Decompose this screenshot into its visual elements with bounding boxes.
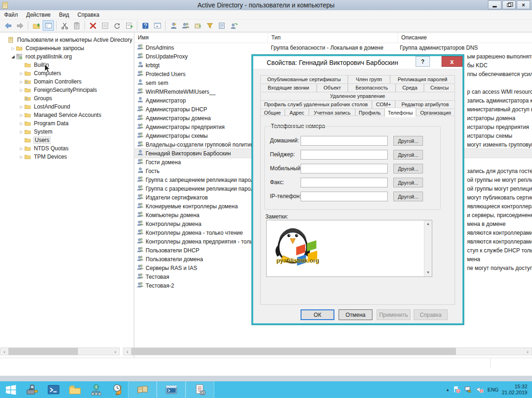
scroll-right-icon[interactable]: › bbox=[524, 348, 532, 355]
list-hscroll-thumb[interactable] bbox=[131, 348, 456, 355]
save-list-icon[interactable] bbox=[123, 20, 135, 31]
powershell-icon[interactable] bbox=[43, 381, 64, 398]
tab-сеансы[interactable]: Сеансы bbox=[424, 83, 455, 92]
minimize-button[interactable] bbox=[488, 0, 501, 9]
sidebar-item-root-pyatilistnik-org[interactable]: ◢root.pyatilistnik.org bbox=[0, 52, 134, 61]
cut-icon[interactable] bbox=[59, 20, 70, 31]
forward-icon[interactable] bbox=[14, 20, 26, 31]
tab-среда[interactable]: Среда bbox=[396, 83, 424, 92]
menu-item-Справка[interactable]: Справка bbox=[73, 11, 103, 19]
tab-входящие-звонки[interactable]: Входящие звонки bbox=[260, 83, 317, 92]
collapse-icon[interactable]: ◢ bbox=[10, 54, 16, 59]
ip-телефон-input[interactable] bbox=[301, 192, 388, 201]
network-status-icon[interactable] bbox=[464, 385, 473, 394]
sidebar-item--[interactable]: ▷Сохраненные запросы bbox=[0, 44, 134, 52]
other-button[interactable]: Другой... bbox=[393, 150, 423, 160]
refresh-icon[interactable] bbox=[111, 20, 122, 31]
sidebar-item-computers[interactable]: ▷Computers bbox=[0, 69, 134, 77]
tab-член-групп[interactable]: Член групп bbox=[348, 75, 390, 84]
list-hscrollbar[interactable]: ‹ › bbox=[123, 347, 532, 355]
new-ou-icon[interactable] bbox=[192, 20, 203, 31]
column-header-description[interactable]: Описание bbox=[398, 33, 532, 43]
expand-icon[interactable]: ▷ bbox=[19, 130, 24, 134]
view-menu-icon[interactable] bbox=[152, 20, 163, 31]
tab-репликация-паролей[interactable]: Репликация паролей bbox=[390, 75, 455, 84]
restore-button[interactable] bbox=[502, 0, 516, 9]
пейджер-input[interactable] bbox=[301, 150, 388, 160]
sidebar-item-managed-service-accounts[interactable]: ▷Managed Service Accounts bbox=[0, 111, 134, 119]
expand-icon[interactable]: ▷ bbox=[19, 122, 24, 126]
dialog-close-button[interactable]: x bbox=[442, 56, 462, 67]
notes-textarea[interactable]: pyatilistnik.org ▲ ▼ bbox=[266, 220, 432, 277]
мобильный-input[interactable] bbox=[301, 164, 388, 173]
delete-icon[interactable] bbox=[87, 20, 98, 31]
explorer-icon[interactable] bbox=[64, 381, 85, 398]
other-button[interactable]: Другой... bbox=[393, 136, 423, 146]
expand-icon[interactable]: ▷ bbox=[19, 113, 24, 117]
close-button[interactable]: × bbox=[517, 0, 530, 9]
refresh-users-icon[interactable] bbox=[228, 20, 239, 31]
факс-input[interactable] bbox=[301, 178, 388, 187]
scroll-left-icon[interactable]: ‹ bbox=[123, 348, 131, 355]
clock-app-icon[interactable] bbox=[107, 381, 128, 398]
sidebar-item-system[interactable]: ▷System bbox=[0, 128, 134, 136]
help-button[interactable]: Справка bbox=[414, 309, 448, 320]
sidebar-item-builtin[interactable]: Builtin bbox=[0, 61, 134, 69]
sidebar-item-users[interactable]: Users bbox=[0, 136, 134, 144]
tab-телефоны[interactable]: Телефоны bbox=[385, 108, 416, 117]
table-row[interactable]: DnsAdminsГруппа безопасности - Локальная… bbox=[135, 43, 532, 52]
sidebar-item-foreignsecurityprincipals[interactable]: ▷ForeignSecurityPrincipals bbox=[0, 86, 134, 94]
expand-icon[interactable]: ▷ bbox=[19, 155, 24, 159]
tree-hscroll-thumb[interactable] bbox=[8, 348, 78, 355]
sidebar-item-domain-controllers[interactable]: ▷Domain Controllers bbox=[0, 77, 134, 86]
tab-объект[interactable]: Объект bbox=[317, 83, 348, 92]
sidebar-item-groups[interactable]: Groups bbox=[0, 94, 134, 103]
filter-icon[interactable] bbox=[204, 20, 215, 31]
scroll-down-icon[interactable]: ▼ bbox=[424, 269, 432, 276]
scroll-up-icon[interactable]: ▲ bbox=[424, 220, 432, 228]
dialog-help-button[interactable]: ? bbox=[416, 56, 430, 67]
volume-muted-icon[interactable] bbox=[476, 385, 484, 394]
tray-clock[interactable]: 15:32 21.02.2019 bbox=[502, 384, 527, 396]
other-button[interactable]: Другой... bbox=[393, 178, 423, 187]
other-button[interactable]: Другой... bbox=[393, 164, 423, 173]
console-tree-icon[interactable] bbox=[43, 20, 54, 31]
sidebar-item-lostandfound[interactable]: ▷LostAndFound bbox=[0, 103, 134, 111]
server-manager-icon[interactable] bbox=[21, 381, 43, 398]
expand-icon[interactable]: ▷ bbox=[19, 105, 24, 109]
expand-icon[interactable]: ▷ bbox=[19, 71, 24, 76]
export-list-icon[interactable] bbox=[99, 20, 110, 31]
scroll-right-icon[interactable]: › bbox=[111, 348, 119, 355]
expand-icon[interactable]: ▷ bbox=[19, 88, 24, 92]
tab-удаленное-управление[interactable]: Удаленное управление bbox=[260, 92, 455, 101]
other-button[interactable]: Другой... bbox=[393, 192, 423, 201]
apply-button[interactable]: Применить bbox=[377, 309, 410, 320]
notes-vscrollbar[interactable]: ▲ ▼ bbox=[424, 220, 432, 276]
scroll-left-icon[interactable]: ‹ bbox=[0, 348, 8, 355]
paste-icon[interactable] bbox=[71, 20, 82, 31]
sidebar-item-ntds-quotas[interactable]: ▷NTDS Quotas bbox=[0, 144, 134, 153]
up-level-icon[interactable] bbox=[31, 20, 42, 31]
sidebar-item--active-directory-[interactable]: Пользователи и компьютеры Active Directo… bbox=[0, 36, 134, 44]
column-header-type[interactable]: Тип bbox=[268, 33, 398, 43]
menu-item-Действие[interactable]: Действие bbox=[22, 11, 55, 19]
menu-item-Вид[interactable]: Вид bbox=[55, 11, 73, 19]
tab-безопасность[interactable]: Безопасность bbox=[348, 83, 396, 92]
doc-app-icon[interactable] bbox=[186, 381, 214, 398]
ad-sites-icon[interactable] bbox=[85, 381, 107, 398]
tree-hscrollbar[interactable]: ‹ › bbox=[0, 347, 120, 355]
ok-button[interactable]: ОК bbox=[301, 309, 334, 320]
book-app-icon[interactable] bbox=[128, 381, 157, 398]
cancel-button[interactable]: Отмена bbox=[339, 309, 372, 320]
menu-item-Файл[interactable]: Файл bbox=[0, 11, 22, 19]
dialog-titlebar[interactable]: Свойства: Геннадий Викторович Барбоскин bbox=[253, 56, 462, 69]
language-indicator[interactable]: ENG bbox=[487, 387, 499, 392]
action-center-flag-icon[interactable] bbox=[453, 385, 461, 394]
tray-expand-icon[interactable]: ▲ bbox=[446, 388, 449, 392]
expand-icon[interactable]: ▷ bbox=[19, 147, 24, 151]
column-header-name[interactable]: Имя bbox=[135, 33, 268, 43]
tab-профиль-служб-удаленных-рабочих-столов[interactable]: Профиль служб удаленных рабочих столов bbox=[260, 100, 372, 109]
sidebar-item-program-data[interactable]: ▷Program Data bbox=[0, 119, 134, 128]
window-titlebar[interactable]: Active Directory - пользователи и компью… bbox=[0, 0, 532, 10]
ps-window-icon[interactable] bbox=[157, 381, 186, 398]
